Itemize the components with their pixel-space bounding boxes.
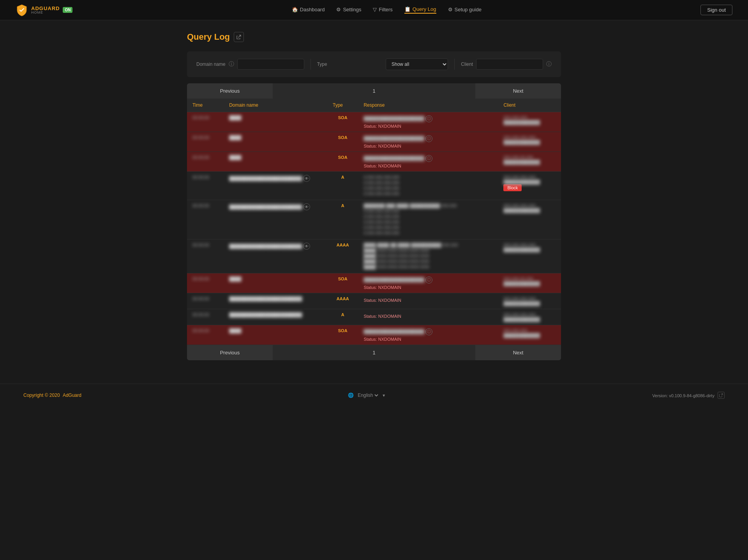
filter-divider-2	[454, 59, 455, 70]
adguard-logo-icon	[16, 4, 28, 16]
client-name: ████████████	[503, 247, 540, 252]
response-item: 0.000.000.000.000	[363, 186, 399, 190]
time-value: 00:00:00	[192, 276, 209, 281]
chevron-down-icon: ▼	[382, 393, 386, 398]
table-body: 00:00:00████SOA████████████████████ ⓘSta…	[187, 112, 561, 345]
nav-settings[interactable]: ⚙ Settings	[336, 7, 361, 13]
block-button[interactable]: Block	[503, 184, 522, 191]
domain-cell: ████████████████████████	[224, 293, 327, 309]
show-all-select[interactable]: Show all	[386, 58, 448, 70]
eye-icon[interactable]: 👁	[303, 175, 310, 182]
domain-cell: ████	[224, 132, 327, 152]
response-item: 0.000.000.000.000	[363, 225, 399, 230]
response-value: ████████████████████	[363, 136, 424, 141]
client-name: ████████████	[503, 120, 540, 125]
type-cell: SOA	[327, 112, 358, 132]
language-select[interactable]: English	[356, 392, 379, 398]
client-name: ████████████	[503, 140, 540, 144]
info-icon[interactable]: ⓘ	[425, 276, 432, 284]
domain-help-icon[interactable]: ⓘ	[229, 61, 234, 68]
table-header-row: Time Domain name Type Response Client	[187, 99, 561, 112]
domain-value: ████████████████████████	[229, 204, 302, 209]
time-cell: 00:00:00	[187, 152, 224, 172]
time-cell: 00:00:00	[187, 112, 224, 132]
nav-links: 🏠 Dashboard ⚙ Settings ▽ Filters 📋 Query…	[292, 6, 482, 14]
domain-input[interactable]	[237, 59, 304, 70]
time-value: 00:00:00	[192, 135, 209, 140]
footer-version: Version: v0.100.9-84-g8086-dirty	[652, 392, 725, 399]
response-item: 0.000.000.000.000	[363, 180, 399, 185]
response-item: ████ ████ ██ ████ ██████████ 000.000	[363, 243, 458, 247]
time-cell: 00:00:00	[187, 200, 224, 239]
copyright-text: Copyright © 2020	[23, 393, 60, 398]
nav-setup-guide[interactable]: ⚙ Setup guide	[448, 7, 482, 13]
domain-value: ████	[229, 155, 241, 160]
nav-filters[interactable]: ▽ Filters	[373, 7, 392, 13]
nav-query-log[interactable]: 📋 Query Log	[404, 6, 436, 14]
client-ip: 000.000.000.000	[503, 312, 536, 317]
navbar: ADGUARD HOME ON 🏠 Dashboard ⚙ Settings ▽…	[0, 0, 748, 20]
filter-bar: Domain name ⓘ Type Show all Client ⓘ	[187, 51, 561, 77]
footer-language[interactable]: 🌐 English ▼	[348, 392, 386, 398]
client-ip: 000.000.000.000	[503, 135, 536, 140]
domain-cell: ████████████████████████ 👁	[224, 239, 327, 273]
status-nxdomain: Status: NXDOMAIN	[363, 298, 492, 303]
status-nxdomain: Status: NXDOMAIN	[363, 144, 492, 148]
response-cell: ███████ ███ ████ ██████████ 000.0000.000…	[358, 200, 498, 239]
client-cell: 000.000.00.000████████████	[498, 152, 561, 172]
eye-icon[interactable]: 👁	[303, 243, 310, 250]
client-help-icon[interactable]: ⓘ	[546, 61, 552, 68]
col-client: Client	[498, 99, 561, 112]
version-link-icon[interactable]	[718, 392, 725, 399]
show-all-group: Show all	[386, 58, 448, 70]
col-time: Time	[187, 99, 224, 112]
response-item: ███████ ███ ████ ██████████ 000.000	[363, 203, 457, 208]
prev-button-bottom[interactable]: Previous	[187, 345, 273, 360]
client-name: ████████████	[503, 317, 540, 322]
table-row: 00:00:00████████████████████████AStatus:…	[187, 309, 561, 325]
info-icon[interactable]: ⓘ	[425, 135, 432, 142]
next-button-top[interactable]: Next	[475, 83, 561, 99]
footer-brand: AdGuard	[63, 393, 81, 398]
nav-dashboard[interactable]: 🏠 Dashboard	[292, 7, 325, 13]
time-cell: 00:00:00	[187, 132, 224, 152]
response-cell: Status: NXDOMAIN	[358, 309, 498, 325]
col-response: Response	[358, 99, 498, 112]
client-ip: 000.000.000.000	[503, 175, 536, 180]
time-cell: 00:00:00	[187, 309, 224, 325]
type-cell: A	[327, 309, 358, 325]
status-nxdomain: Status: NXDOMAIN	[363, 314, 492, 319]
client-cell: 000.000.000████████████	[498, 112, 561, 132]
client-input[interactable]	[476, 59, 543, 70]
domain-cell: ████	[224, 152, 327, 172]
domain-cell: ████████████████████████ 👁	[224, 200, 327, 239]
sign-out-button[interactable]: Sign out	[700, 5, 732, 15]
response-value: ████████████████████	[363, 277, 424, 282]
status-nxdomain: Status: NXDOMAIN	[363, 337, 492, 342]
query-log-table: Time Domain name Type Response Client 00…	[187, 99, 561, 345]
response-cell: ████████████████████ ⓘStatus: NXDOMAIN	[358, 325, 498, 345]
info-icon[interactable]: ⓘ	[425, 328, 432, 335]
time-value: 00:00:00	[192, 175, 209, 180]
time-value: 00:00:00	[192, 296, 209, 301]
client-name: ████████████	[503, 301, 540, 306]
time-value: 00:00:00	[192, 312, 209, 317]
domain-value: ████████████████████████	[229, 296, 302, 301]
info-icon[interactable]: ⓘ	[425, 155, 432, 162]
domain-value: ████████████████████████	[229, 312, 302, 317]
next-button-bottom[interactable]: Next	[475, 345, 561, 360]
client-ip: 000.000.00.000	[503, 276, 533, 281]
table-row: 00:00:00████SOA████████████████████ ⓘSta…	[187, 152, 561, 172]
globe-icon: 🌐	[348, 393, 354, 398]
client-cell: 000.000.000████████████	[498, 325, 561, 345]
eye-icon[interactable]: 👁	[303, 203, 310, 210]
prev-button-top[interactable]: Previous	[187, 83, 273, 99]
col-domain: Domain name	[224, 99, 327, 112]
brand-sub: HOME	[31, 11, 60, 14]
query-log-icon: 📋	[404, 6, 411, 12]
info-icon[interactable]: ⓘ	[425, 115, 432, 122]
response-cell: ████████████████████ ⓘStatus: NXDOMAIN	[358, 132, 498, 152]
response-item: ████ 0000:0000:0000:0000:0000	[363, 259, 429, 264]
client-ip: 000.000.000	[503, 328, 527, 333]
external-link-icon[interactable]	[234, 32, 244, 42]
